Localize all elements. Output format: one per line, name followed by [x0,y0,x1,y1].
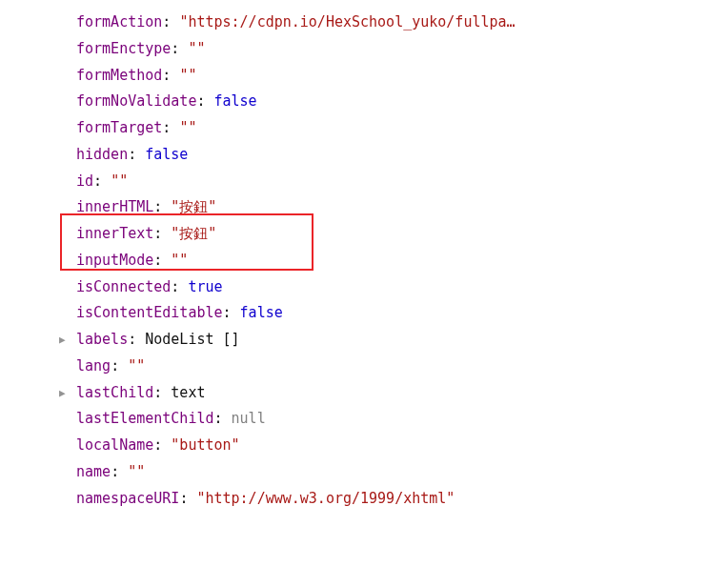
property-name: innerHTML [76,198,153,215]
property-value: "" [111,172,128,190]
property-name: hidden [76,146,128,163]
colon: : [162,119,179,136]
property-row-inputMode[interactable]: inputMode: "" [0,248,728,274]
colon: : [179,490,196,507]
property-value: "" [128,463,145,480]
property-name: localName [76,436,153,454]
property-row-innerText[interactable]: innerText: "按鈕" [0,221,728,248]
property-row-isConnected[interactable]: isConnected: true [0,274,728,301]
disclosure-triangle-icon[interactable]: ▶ [59,327,72,354]
property-name: formMethod [76,67,162,84]
property-value: "http://www.w3.org/1999/xhtml" [196,490,455,507]
property-row-formMethod[interactable]: formMethod: "" [0,63,728,90]
colon: : [196,92,213,110]
colon: : [171,278,188,295]
property-value: "按鈕" [171,225,216,242]
property-value: false [214,92,257,110]
property-value: "" [179,119,196,136]
property-value: "https://cdpn.io/HexSchool_yuko/fullpa… [179,13,515,30]
property-row-formAction[interactable]: formAction: "https://cdpn.io/HexSchool_y… [0,10,728,36]
colon: : [171,40,188,57]
property-value: null [232,410,266,427]
property-row-innerHTML[interactable]: innerHTML: "按鈕" [0,194,728,221]
property-row-localName[interactable]: localName: "button" [0,433,728,459]
property-value: "button" [171,436,239,454]
property-name: lang [76,357,111,374]
property-row-id[interactable]: id: "" [0,169,728,195]
colon: : [162,67,179,84]
property-row-lastElementChild[interactable]: lastElementChild: null [0,406,728,433]
colon: : [162,13,179,30]
property-value: "" [128,357,145,374]
colon: : [128,331,145,348]
colon: : [111,463,128,480]
property-name: formTarget [76,119,162,136]
property-row-labels[interactable]: ▶ labels: NodeList [] [0,327,728,354]
property-row-formNoValidate[interactable]: formNoValidate: false [0,89,728,115]
property-row-lang[interactable]: lang: "" [0,354,728,380]
property-value: "" [188,40,205,57]
property-name: formAction [76,13,162,30]
colon: : [214,410,232,427]
property-value: "按鈕" [171,198,216,215]
property-row-hidden[interactable]: hidden: false [0,142,728,169]
property-name: name [76,463,111,480]
property-name: formEnctype [76,40,171,57]
property-name: namespaceURI [76,490,179,507]
colon: : [153,436,171,454]
property-value: "" [179,67,196,84]
property-name: inputMode [76,252,153,269]
colon: : [153,384,171,401]
property-value: false [240,304,283,321]
property-value: false [145,146,188,163]
colon: : [111,357,128,374]
property-row-lastChild[interactable]: ▶ lastChild: text [0,380,728,407]
property-row-namespaceURI[interactable]: namespaceURI: "http://www.w3.org/1999/xh… [0,486,728,513]
colon: : [223,304,240,321]
property-name: innerText [76,225,153,242]
property-name: id [76,172,93,190]
property-row-name[interactable]: name: "" [0,459,728,486]
property-name: formNoValidate [76,92,196,110]
property-value: text [171,384,205,401]
property-name: lastElementChild [76,410,214,427]
property-name: isConnected [76,278,171,295]
property-value: true [188,278,222,295]
colon: : [153,252,171,269]
property-name: labels [76,331,128,348]
property-name: isContentEditable [76,304,223,321]
colon: : [93,172,111,190]
property-value: "" [171,252,188,269]
property-row-formEnctype[interactable]: formEnctype: "" [0,36,728,63]
property-value: NodeList [] [145,331,239,348]
colon: : [128,146,145,163]
property-row-isContentEditable[interactable]: isContentEditable: false [0,300,728,327]
disclosure-triangle-icon[interactable]: ▶ [59,380,72,407]
colon: : [153,198,171,215]
colon: : [153,225,171,242]
property-row-formTarget[interactable]: formTarget: "" [0,115,728,142]
property-name: lastChild [76,384,153,401]
